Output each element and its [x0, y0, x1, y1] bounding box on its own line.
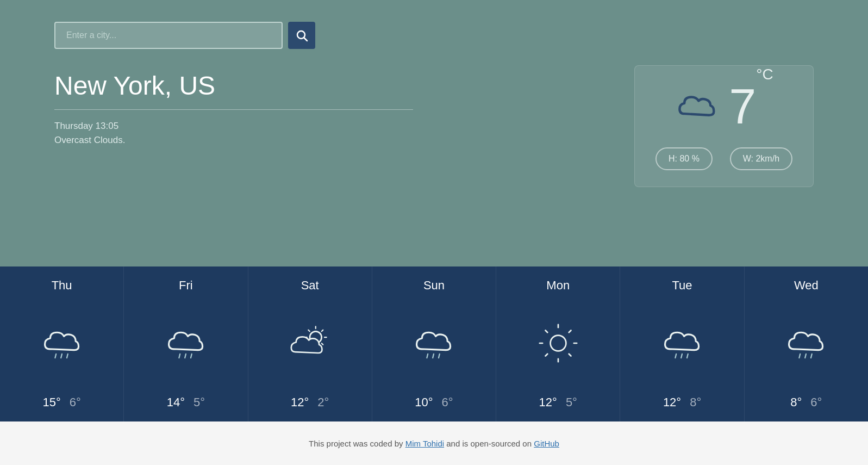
temp-high: 12°: [663, 395, 681, 410]
temp-low: 5°: [566, 395, 577, 410]
svg-line-19: [439, 354, 440, 357]
current-weather-icon: [675, 88, 718, 126]
search-row: [54, 22, 814, 49]
temp-low: 6°: [810, 395, 822, 410]
temp-high: 10°: [415, 395, 433, 410]
footer: This project was coded by Mim Tohidi and…: [0, 421, 868, 465]
svg-line-32: [800, 354, 801, 357]
temp-high: 15°: [42, 395, 60, 410]
forecast-day-fri: Fri 14° 5°: [124, 266, 248, 421]
forecast-section: Thu 15° 6° Fri 14° 5°: [0, 266, 868, 421]
search-icon: [295, 29, 308, 42]
forecast-icon-container: [414, 324, 453, 365]
svg-line-28: [545, 354, 547, 356]
day-label: Mon: [546, 278, 570, 293]
temp-high: 12°: [291, 395, 309, 410]
svg-point-20: [550, 335, 566, 351]
humidity-badge: H: 80 %: [655, 147, 713, 170]
forecast-day-sun: Sun 10° 6°: [372, 266, 496, 421]
forecast-icon-container: [42, 324, 82, 365]
search-button[interactable]: [288, 22, 315, 49]
footer-text: This project was coded by Mim Tohidi and…: [309, 439, 559, 448]
day-label: Thu: [52, 278, 72, 293]
wind-badge: W: 2km/h: [730, 147, 792, 170]
temp-low: 5°: [193, 395, 205, 410]
temp-range: 12° 5°: [539, 395, 577, 410]
temp-low: 6°: [70, 395, 81, 410]
svg-line-6: [185, 354, 186, 357]
svg-line-14: [322, 343, 323, 345]
svg-line-4: [67, 354, 68, 357]
forecast-day-thu: Thu 15° 6°: [0, 266, 124, 421]
svg-line-5: [179, 354, 180, 357]
svg-line-13: [309, 330, 310, 331]
author-link[interactable]: Mim Tohidi: [405, 439, 444, 448]
svg-line-34: [811, 354, 812, 357]
forecast-icon-container: [539, 324, 578, 365]
day-label: Tue: [672, 278, 692, 293]
day-label: Sun: [423, 278, 445, 293]
svg-line-15: [322, 330, 323, 331]
temp-range: 10° 6°: [415, 395, 453, 410]
temp-range: 15° 6°: [42, 395, 80, 410]
temp-row: 7 °C: [651, 82, 797, 131]
forecast-icon-container: [290, 324, 329, 365]
temp-low: 2°: [317, 395, 329, 410]
temp-range: 12° 8°: [663, 395, 701, 410]
forecast-day-sat: Sat 12° 2°: [248, 266, 372, 421]
temp-high: 8°: [790, 395, 802, 410]
forecast-day-wed: Wed 8° 6°: [745, 266, 868, 421]
day-label: Wed: [794, 278, 819, 293]
temp-range: 14° 5°: [167, 395, 205, 410]
svg-line-26: [569, 354, 571, 356]
svg-line-31: [687, 354, 688, 357]
weather-card: 7 °C H: 80 % W: 2km/h: [634, 65, 814, 187]
day-label: Fri: [179, 278, 193, 293]
city-search-input[interactable]: [54, 22, 283, 49]
divider: [54, 109, 413, 110]
forecast-day-tue: Tue 12° 8°: [620, 266, 744, 421]
svg-line-7: [191, 354, 192, 357]
svg-line-1: [304, 38, 308, 41]
svg-line-30: [681, 354, 682, 357]
temp-range: 8° 6°: [790, 395, 822, 410]
temp-high: 12°: [539, 395, 557, 410]
temp-low: 8°: [690, 395, 701, 410]
forecast-icon-container: [663, 324, 702, 365]
svg-line-27: [569, 330, 571, 332]
svg-line-17: [427, 354, 428, 357]
forecast-icon-container: [786, 324, 826, 365]
svg-line-29: [675, 354, 676, 357]
temp-range: 12° 2°: [291, 395, 329, 410]
svg-line-2: [55, 354, 56, 357]
svg-line-25: [545, 330, 547, 332]
forecast-icon-container: [166, 324, 205, 365]
temp-low: 6°: [442, 395, 453, 410]
svg-line-3: [61, 354, 62, 357]
top-section: New York, US Thursday 13:05 Overcast Clo…: [0, 0, 868, 266]
svg-line-33: [805, 354, 807, 357]
temp-high: 14°: [167, 395, 185, 410]
svg-line-18: [433, 354, 434, 357]
day-label: Sat: [301, 278, 319, 293]
weather-stats: H: 80 % W: 2km/h: [651, 147, 797, 170]
github-link[interactable]: GitHub: [534, 439, 559, 448]
current-temp-display: 7 °C: [729, 82, 773, 131]
forecast-day-mon: Mon 12° 5°: [496, 266, 620, 421]
